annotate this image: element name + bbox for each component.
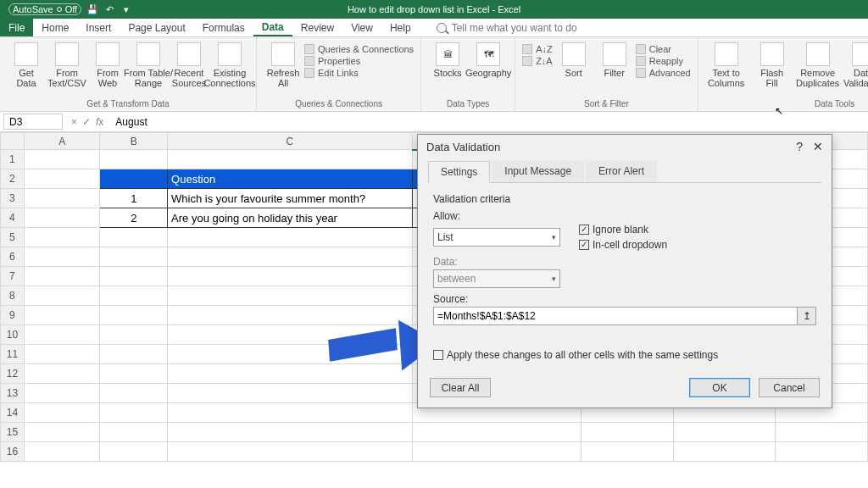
save-icon[interactable]: 💾 [86,3,98,15]
row-header-1[interactable]: 1 [1,150,25,169]
row-header-5[interactable]: 5 [1,228,25,247]
cell-B5[interactable] [100,228,168,247]
from-web-button[interactable]: From Web [88,41,127,90]
remove-duplicates-button[interactable]: Remove Duplicates [797,41,839,90]
cell-C6[interactable] [168,247,413,267]
row-header-16[interactable]: 16 [1,442,25,462]
cell-C1[interactable] [168,150,413,169]
stocks-button[interactable]: 🏛Stocks [428,41,467,80]
cell-E16[interactable] [581,442,673,462]
edit-links-button[interactable]: Edit Links [304,68,414,78]
cell-A7[interactable] [24,267,100,286]
recent-sources-button[interactable]: Recent Sources [170,41,209,90]
cell-B15[interactable] [100,423,168,442]
existing-connections-button[interactable]: Existing Connections [210,41,249,90]
cancel-formula-icon[interactable]: × [71,116,77,128]
cell-A3[interactable] [24,189,100,208]
cell-A5[interactable] [24,228,100,247]
get-data-button[interactable]: Get Data [7,41,46,90]
tab-page-layout[interactable]: Page Layout [120,19,193,36]
close-icon[interactable]: ✕ [813,140,823,153]
clear-filter-button[interactable]: Clear [636,44,691,54]
cell-A2[interactable] [24,169,100,189]
cell-F16[interactable] [674,442,775,462]
cell-B2[interactable] [100,169,168,189]
enter-formula-icon[interactable]: ✓ [82,116,91,128]
tab-data[interactable]: Data [253,19,292,36]
cell-A15[interactable] [24,423,100,442]
row-header-9[interactable]: 9 [1,306,25,325]
tab-formulas[interactable]: Formulas [194,19,253,36]
from-table-button[interactable]: From Table/ Range [129,41,168,90]
cell-G16[interactable] [775,442,867,462]
redo-icon[interactable]: ▾ [120,3,132,15]
row-header-3[interactable]: 3 [1,189,25,208]
cell-B6[interactable] [100,247,168,267]
advanced-filter-button[interactable]: Advanced [636,68,691,78]
cell-A1[interactable] [24,150,100,169]
properties-button[interactable]: Properties [304,56,414,66]
cell-A12[interactable] [24,364,100,384]
col-header-A[interactable]: A [24,133,100,150]
cell-A8[interactable] [24,286,100,306]
col-header-C[interactable]: C [168,133,413,150]
row-header-6[interactable]: 6 [1,247,25,267]
select-all-corner[interactable] [1,133,25,150]
cell-A13[interactable] [24,384,100,403]
row-header-7[interactable]: 7 [1,267,25,286]
row-header-12[interactable]: 12 [1,364,25,384]
sort-desc-button[interactable]: Z↓A [522,56,553,66]
row-header-13[interactable]: 13 [1,384,25,403]
cell-F15[interactable] [674,423,775,442]
row-header-2[interactable]: 2 [1,169,25,189]
apply-all-checkbox[interactable]: Apply these changes to all other cells w… [433,349,816,361]
cell-B12[interactable] [100,364,168,384]
cell-E15[interactable] [581,423,673,442]
cell-A14[interactable] [24,403,100,423]
reapply-button[interactable]: Reapply [636,56,691,66]
cell-A9[interactable] [24,306,100,325]
col-header-B[interactable]: B [100,133,168,150]
cell-C16[interactable] [168,442,413,462]
tab-home[interactable]: Home [33,19,77,36]
cell-A4[interactable] [24,208,100,228]
cell-B11[interactable] [100,345,168,364]
cell-A10[interactable] [24,325,100,345]
incell-dropdown-checkbox[interactable]: ✓In-cell dropdown [579,239,667,251]
cell-C8[interactable] [168,286,413,306]
cell-D15[interactable] [412,423,581,442]
from-textcsv-button[interactable]: From Text/CSV [47,41,86,90]
cell-B1[interactable] [100,150,168,169]
ok-button[interactable]: OK [689,378,750,397]
tab-insert[interactable]: Insert [77,19,120,36]
queries-connections-button[interactable]: Queries & Connections [304,44,414,54]
worksheet-grid[interactable]: A B C D E F G 12Question31Which is your … [0,132,868,488]
formula-input[interactable]: August [108,116,868,128]
row-header-15[interactable]: 15 [1,423,25,442]
cell-C15[interactable] [168,423,413,442]
help-icon[interactable]: ? [796,140,803,153]
tell-me-search[interactable]: Tell me what you want to do [437,22,577,34]
cell-C2[interactable]: Question [168,169,413,189]
cell-B3[interactable]: 1 [100,189,168,208]
undo-icon[interactable]: ↶ [103,3,115,15]
cell-A11[interactable] [24,345,100,364]
row-header-4[interactable]: 4 [1,208,25,228]
autosave-toggle[interactable]: AutoSave Off [8,3,81,15]
cell-A6[interactable] [24,247,100,267]
dialog-tab-settings[interactable]: Settings [428,161,490,183]
filter-button[interactable]: Filter [595,41,634,80]
cell-C13[interactable] [168,384,413,403]
sort-asc-button[interactable]: A↓Z [522,44,553,54]
cell-D16[interactable] [412,442,581,462]
source-input[interactable] [433,307,798,325]
cell-G15[interactable] [775,423,867,442]
tab-file[interactable]: File [0,19,33,36]
dialog-tab-input-message[interactable]: Input Message [492,160,584,182]
cell-C7[interactable] [168,267,413,286]
row-header-11[interactable]: 11 [1,345,25,364]
allow-combo[interactable]: List▾ [433,228,560,247]
name-box[interactable]: D3 [3,114,63,130]
cell-B13[interactable] [100,384,168,403]
row-header-10[interactable]: 10 [1,325,25,345]
